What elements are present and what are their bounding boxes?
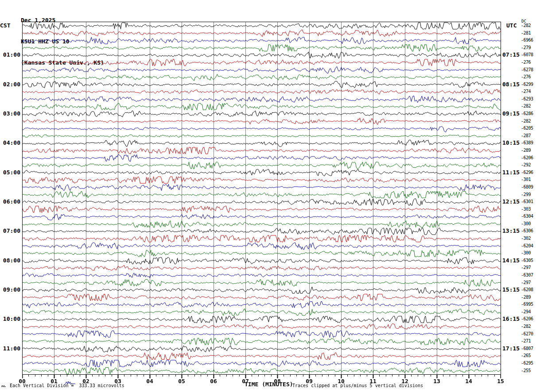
right-hour-label: 16:15 xyxy=(502,315,524,323)
dc-value: -6208 xyxy=(521,287,536,292)
dc-value: -301 xyxy=(521,177,536,182)
dc-value: -6809 xyxy=(521,184,536,189)
dc-value: -297 xyxy=(521,280,536,285)
dc-value: -274 xyxy=(521,89,536,94)
left-hour-label: 05:00 xyxy=(0,169,20,176)
left-hour-label: 02:00 xyxy=(0,81,20,88)
right-hour-label: 13:15 xyxy=(502,227,524,234)
dc-value: -6307 xyxy=(521,273,536,277)
dc-value: -6278 xyxy=(521,67,536,72)
dc-value: -297 xyxy=(521,265,536,270)
left-axis-title-cst: CST xyxy=(0,22,10,29)
dc-value: -294 xyxy=(521,309,536,314)
right-hour-label: 12:15 xyxy=(502,198,524,205)
left-hour-label: 11:00 xyxy=(0,345,20,352)
dc-value: -276 xyxy=(521,74,536,79)
dc-value: -6389 xyxy=(521,140,536,145)
dc-value: -6205 xyxy=(521,126,536,131)
dc-value: -6305 xyxy=(521,258,536,263)
dc-value: -287 xyxy=(521,133,536,138)
dc-value: -289 xyxy=(521,295,536,300)
dc-value: -6295 xyxy=(521,361,536,365)
dc-value: -281 xyxy=(521,31,536,35)
dc-value: -279 xyxy=(521,45,536,50)
dc-value: -300 xyxy=(521,250,536,255)
minute-tick-label: 05 xyxy=(175,378,188,384)
dc-value: -6966 xyxy=(521,38,536,42)
dc-value: -6286 xyxy=(521,111,536,116)
right-hour-label: 11:15 xyxy=(502,169,524,176)
calibration-squiggle-icon xyxy=(65,380,76,386)
minute-tick-label: 04 xyxy=(144,378,156,384)
left-hour-label: 01:00 xyxy=(0,51,20,58)
minute-tick-label: 13 xyxy=(431,378,443,384)
dc-value: -6299 xyxy=(521,82,536,87)
minute-tick-label: 06 xyxy=(207,378,220,384)
left-hour-label: 06:00 xyxy=(0,198,20,205)
left-hour-label: 07:00 xyxy=(0,227,20,234)
dc-value: -302 xyxy=(521,236,536,241)
dc-value: -255 xyxy=(521,368,536,373)
x-axis-ticks-canvas xyxy=(22,375,501,379)
dc-value: -6206 xyxy=(521,155,536,160)
right-hour-label: 10:15 xyxy=(502,139,524,146)
dc-value: -300 xyxy=(521,221,536,226)
dc-value: -6204 xyxy=(521,243,536,248)
dc-value: -289 xyxy=(521,148,536,153)
seismogram-traces-canvas xyxy=(22,22,501,375)
x-axis-title: TIME (MINUTES) xyxy=(245,381,293,388)
left-hour-label: 09:00 xyxy=(0,286,20,293)
dc-value: -6078 xyxy=(521,52,536,57)
dc-value: -6296 xyxy=(521,170,536,175)
right-hour-label: 14:15 xyxy=(502,257,524,264)
dc-value: -282 xyxy=(521,104,536,108)
minute-tick-label: 14 xyxy=(462,378,475,384)
dc-value: -282 xyxy=(521,119,536,123)
left-hour-label: 10:00 xyxy=(0,315,20,323)
right-hour-label: 17:15 xyxy=(502,345,524,352)
dc-value: -282 xyxy=(521,324,536,329)
dc-value: -276 xyxy=(521,60,536,65)
left-hour-label: 03:00 xyxy=(0,110,20,117)
dc-value: -6206 xyxy=(521,316,536,321)
dc-value: -6270 xyxy=(521,331,536,336)
right-hour-label: 07:15 xyxy=(502,51,524,58)
dc-value: -6807 xyxy=(521,346,536,351)
dc-value: -271 xyxy=(521,338,536,343)
right-axis-title-utc: UTC xyxy=(506,22,517,29)
right-hour-label: 09:15 xyxy=(502,110,524,117)
minute-tick-label: 15 xyxy=(494,378,507,384)
right-hour-label: 08:15 xyxy=(502,81,524,88)
clipping-note: Traces clipped at plus/minus 5 vertical … xyxy=(292,383,423,388)
dc-value: -6306 xyxy=(521,228,536,233)
dc-value: -6995 xyxy=(521,302,536,307)
dc-value: -6293 xyxy=(521,96,536,101)
dc-value: -282 xyxy=(521,23,536,28)
right-hour-label: 15:15 xyxy=(502,286,524,293)
dc-value: -292 xyxy=(521,162,536,167)
left-hour-label: 04:00 xyxy=(0,139,20,146)
dc-value: -303 xyxy=(521,207,536,211)
dc-value: -299 xyxy=(521,192,536,197)
micro-wave-mark-icon xyxy=(1,384,7,388)
dc-value: -6301 xyxy=(521,199,536,204)
dc-value: -265 xyxy=(521,353,536,358)
dc-value: -6304 xyxy=(521,214,536,219)
left-hour-label: 08:00 xyxy=(0,257,20,264)
helicorder-screen: Dec 1,2025 KSU1 HHZ US 10 (Kansas State … xyxy=(0,0,536,392)
